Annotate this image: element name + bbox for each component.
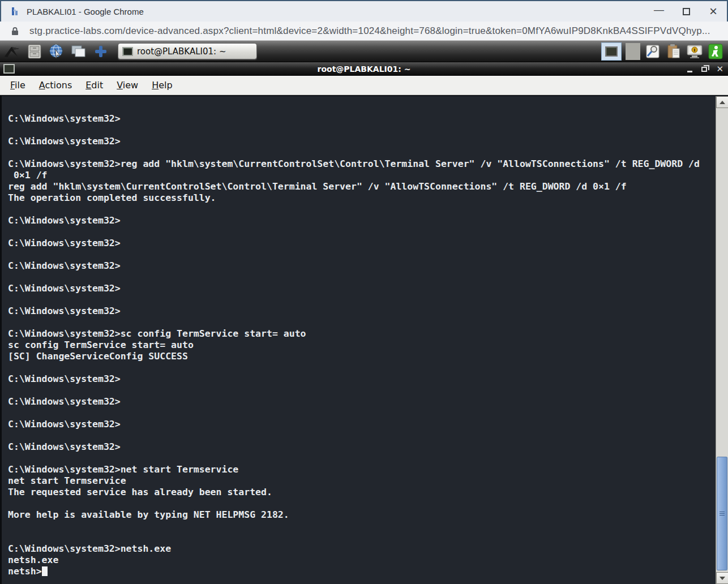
- terminal-line: [8, 385, 716, 396]
- scrollbar-thumb[interactable]: [717, 457, 727, 570]
- terminal-line: C:\Windows\system32>: [8, 419, 716, 430]
- taskbar-button-label: root@PLABKALI01: ~: [137, 46, 226, 57]
- window-title: PLABKALI01 - Google Chrome: [27, 7, 144, 16]
- terminal-minimize-button[interactable]: [687, 71, 692, 72]
- menu-actions[interactable]: Actions: [39, 80, 72, 91]
- terminal-close-button[interactable]: ✕: [716, 65, 723, 74]
- terminal-line: C:\Windows\system32>: [8, 238, 716, 249]
- terminal-line: [8, 204, 716, 215]
- logout-icon[interactable]: [707, 43, 724, 60]
- thumb-grip: [720, 512, 725, 512]
- terminal-line: C:\Windows\system32>: [8, 215, 716, 226]
- terminal-window-controls: ✕: [687, 62, 723, 76]
- arrow-up-icon: [720, 101, 725, 104]
- file-manager-icon[interactable]: [26, 43, 43, 60]
- terminal-line: More help is available by typing NET HEL…: [8, 509, 716, 521]
- scrollbar[interactable]: [716, 96, 728, 584]
- terminal-line: [8, 124, 716, 136]
- terminal-line: [8, 249, 716, 260]
- search-key-icon[interactable]: [644, 43, 661, 60]
- terminal-line: C:\Windows\system32>netsh.exe: [8, 543, 716, 555]
- terminal-restore-button[interactable]: [701, 67, 707, 72]
- display-icon: [605, 46, 618, 57]
- terminal-line: [8, 430, 716, 441]
- terminal-line: [8, 407, 716, 419]
- url-text[interactable]: stg.practice-labs.com/device-advanced.as…: [29, 25, 710, 37]
- terminal-line: C:\Windows\system32>: [8, 283, 716, 294]
- thumb-grip: [720, 515, 725, 516]
- terminal-line: [8, 147, 716, 158]
- terminal-line: C:\Windows\system32>: [8, 441, 716, 453]
- terminal-line: netsh.exe: [8, 555, 716, 566]
- desktop-panel: root@PLABKALI01: ~: [0, 41, 728, 62]
- scroll-down-button[interactable]: [716, 572, 728, 584]
- terminal-line: [8, 362, 716, 373]
- taskbar-button-terminal[interactable]: root@PLABKALI01: ~: [118, 43, 257, 59]
- menu-edit[interactable]: Edit: [85, 80, 103, 91]
- terminal-line: C:\Windows\system32>sc config TermServic…: [8, 328, 716, 340]
- terminal-line: reg add "hklm\system\CurrentControlSet\C…: [8, 181, 716, 192]
- terminal-line: 0×1 /f: [8, 170, 716, 181]
- arrow-down-icon: [720, 577, 725, 580]
- terminal-line: C:\Windows\system32>: [8, 136, 716, 147]
- screen-lock-icon[interactable]: [686, 43, 703, 60]
- terminal-line: [8, 102, 716, 113]
- terminal-menubar: File Actions Edit View Help: [0, 76, 728, 95]
- lock-icon: [11, 27, 19, 36]
- terminal-line: [SC] ChangeServiceConfig SUCCESS: [8, 351, 716, 362]
- site-favicon-icon: [11, 7, 20, 16]
- clipboard-icon[interactable]: [665, 43, 682, 60]
- terminal-line: [8, 272, 716, 283]
- menu-help[interactable]: Help: [152, 80, 172, 91]
- maximize-icon: [683, 8, 690, 15]
- panel-right-icons: [601, 42, 724, 61]
- terminal-line: C:\Windows\system32>net start Termservic…: [8, 464, 716, 475]
- terminal-line: [8, 498, 716, 509]
- terminal-line: C:\Windows\system32>: [8, 260, 716, 272]
- terminal-line: C:\Windows\system32>reg add "hklm\system…: [8, 158, 716, 170]
- terminal-line: [8, 294, 716, 306]
- maximize-button[interactable]: [673, 1, 700, 22]
- kali-logo-icon[interactable]: [4, 43, 21, 60]
- terminal-line: [8, 532, 716, 543]
- text-cursor: [42, 566, 48, 576]
- terminal-line: The operation completed successfully.: [8, 192, 716, 204]
- browser-titlebar: PLABKALI01 - Google Chrome — ×: [0, 0, 728, 22]
- terminal-line: C:\Windows\system32>: [8, 373, 716, 385]
- panel-spacer: [626, 43, 640, 60]
- terminal-line: [8, 521, 716, 532]
- window-copy-icon[interactable]: [70, 43, 87, 60]
- terminal-line: sc config TermService start= auto: [8, 340, 716, 351]
- terminal-line: The requested service has already been s…: [8, 487, 716, 498]
- screen: PLABKALI01 - Google Chrome — × stg.pract…: [0, 0, 728, 584]
- window-controls: — ×: [645, 1, 727, 22]
- menu-view[interactable]: View: [117, 80, 138, 91]
- terminal-lines: C:\Windows\system32>C:\Windows\system32>…: [8, 102, 716, 566]
- terminal-line: C:\Windows\system32>: [8, 113, 716, 124]
- minimize-button[interactable]: —: [645, 1, 673, 22]
- terminal-prompt-line: netsh>: [8, 566, 716, 577]
- terminal-line: C:\Windows\system32>: [8, 396, 716, 407]
- terminal-titlebar[interactable]: root@PLABKALI01: ~ ✕: [0, 62, 728, 76]
- terminal-window-title: root@PLABKALI01: ~: [317, 65, 410, 74]
- terminal-window-icon: [3, 64, 15, 74]
- web-browser-icon[interactable]: [48, 43, 65, 60]
- terminal-line: C:\Windows\system32>: [8, 306, 716, 317]
- scroll-up-button[interactable]: [716, 96, 728, 108]
- screenshot-button[interactable]: [601, 42, 622, 61]
- terminal-line: [8, 226, 716, 238]
- thumb-grip: [720, 513, 725, 514]
- menu-file[interactable]: File: [10, 80, 25, 91]
- terminal-line: [8, 453, 716, 464]
- add-icon[interactable]: [92, 43, 109, 60]
- terminal-line: [8, 317, 716, 328]
- terminal-text: C:\Windows\system32>C:\Windows\system32>…: [2, 96, 716, 577]
- terminal-icon: [122, 47, 133, 56]
- address-bar[interactable]: stg.practice-labs.com/device-advanced.as…: [0, 22, 728, 41]
- terminal-line: net start Termservice: [8, 475, 716, 487]
- close-button[interactable]: ×: [700, 1, 727, 22]
- prompt-text: netsh>: [8, 566, 42, 577]
- terminal-output[interactable]: C:\Windows\system32>C:\Windows\system32>…: [0, 95, 728, 584]
